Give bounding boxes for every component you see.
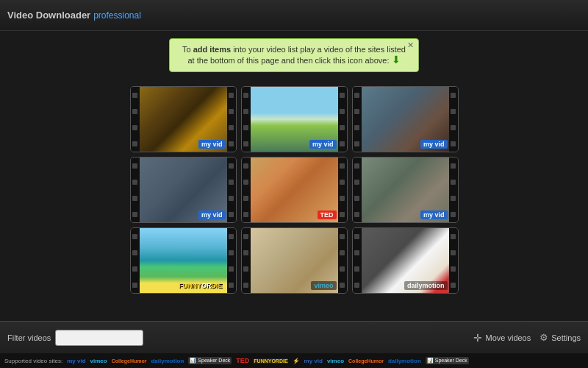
- film-strip-right-8: [338, 228, 347, 293]
- main-content: my vid my vid: [0, 79, 588, 300]
- film-strip-right-1: [227, 87, 236, 152]
- video-badge-8: vimeo: [311, 281, 336, 290]
- video-badge-7: FUNNYORDIE: [176, 281, 226, 290]
- site-ted-1: TED: [236, 357, 249, 364]
- app-header: Video Downloader professional: [0, 0, 588, 31]
- film-strip-right-7: [227, 228, 236, 293]
- film-strip-left-5: [242, 158, 251, 222]
- site-dailymotion-2: dailymotion: [388, 358, 421, 364]
- site-speakerdeck-1: 📊 Speaker Deck: [188, 357, 232, 364]
- site-myvid-2: my vid: [304, 358, 323, 364]
- film-strip-left-8: [242, 228, 251, 293]
- move-videos-button[interactable]: ✛ Move videos: [473, 332, 531, 344]
- film-strip-left-3: [353, 87, 362, 152]
- app-subtitle: professional: [93, 10, 141, 21]
- video-badge-1: my vid: [198, 140, 226, 149]
- info-banner: To add items into your video list play a…: [169, 38, 419, 72]
- banner-text-before: To: [182, 45, 193, 54]
- filter-input[interactable]: [55, 330, 143, 346]
- move-videos-label: Move videos: [485, 333, 531, 342]
- film-strip-right-3: [449, 87, 458, 152]
- video-item-4[interactable]: my vid: [130, 157, 237, 223]
- banner-arrow: ⬇: [392, 54, 401, 66]
- film-strip-left-7: [131, 228, 140, 293]
- settings-button[interactable]: ⚙ Settings: [539, 332, 581, 343]
- film-strip-left-4: [131, 158, 140, 222]
- site-collegehumor-2: CollegeHumor: [348, 358, 384, 364]
- site-dailymotion-1: dailymotion: [151, 358, 184, 364]
- sites-prefix: Supported video sites:: [4, 358, 62, 364]
- video-item-7[interactable]: FUNNYORDIE: [130, 227, 237, 294]
- film-strip-right-5: [338, 158, 347, 222]
- right-controls: ✛ Move videos ⚙ Settings: [473, 332, 581, 344]
- video-badge-3: my vid: [420, 140, 448, 149]
- filter-label: Filter videos: [7, 333, 51, 342]
- app-window: Video Downloader professional To add ite…: [0, 0, 588, 368]
- video-item-8[interactable]: vimeo: [241, 227, 348, 294]
- settings-icon: ⚙: [539, 332, 548, 343]
- video-item-1[interactable]: my vid: [130, 86, 237, 152]
- film-strip-left-9: [353, 228, 362, 293]
- video-grid: my vid my vid: [130, 86, 459, 294]
- site-funnyordie-1: FUNNYORDIE: [254, 358, 287, 364]
- site-myvid-1: my vid: [67, 358, 85, 364]
- banner-highlight: add items: [193, 45, 231, 54]
- video-badge-4: my vid: [198, 210, 226, 219]
- video-item-9[interactable]: dailymotion: [352, 227, 459, 294]
- settings-label: Settings: [551, 333, 581, 342]
- close-banner-button[interactable]: ✕: [407, 40, 414, 50]
- supported-sites-bar: Supported video sites: my vid vimeo Coll…: [0, 353, 588, 368]
- site-speakerdeck-2: 📊 Speaker Deck: [426, 357, 469, 364]
- site-collegehumor-1: CollegeHumor: [112, 358, 147, 364]
- move-videos-icon: ✛: [473, 332, 482, 344]
- video-badge-6: my vid: [420, 210, 448, 219]
- video-item-6[interactable]: my vid: [352, 157, 459, 223]
- site-icon-1: ⚡: [293, 358, 300, 364]
- site-vimeo-1: vimeo: [90, 358, 107, 364]
- film-strip-left-1: [131, 87, 140, 152]
- video-badge-5: TED: [318, 210, 337, 219]
- site-vimeo-2: vimeo: [327, 358, 344, 364]
- video-badge-2: my vid: [309, 140, 337, 149]
- video-item-3[interactable]: my vid: [352, 86, 459, 152]
- video-badge-9: dailymotion: [404, 281, 448, 290]
- film-strip-right-9: [449, 228, 458, 293]
- video-item-2[interactable]: my vid: [241, 86, 348, 152]
- film-strip-left-6: [353, 158, 362, 222]
- film-strip-left-2: [242, 87, 251, 152]
- app-title: Video Downloader: [7, 10, 90, 21]
- film-strip-right-2: [338, 87, 347, 152]
- film-strip-right-6: [449, 158, 458, 222]
- film-strip-right-4: [227, 158, 236, 222]
- video-item-5[interactable]: TED: [241, 157, 348, 223]
- bottom-toolbar: Filter videos ✛ Move videos ⚙ Settings: [0, 321, 588, 353]
